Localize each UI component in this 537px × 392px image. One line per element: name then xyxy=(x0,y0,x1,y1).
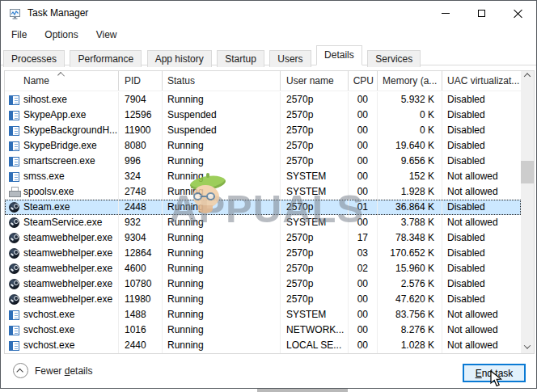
cpu-cell: 00 xyxy=(349,338,378,353)
chevron-down-icon xyxy=(524,342,531,348)
column-header-user-name[interactable]: User name xyxy=(281,71,349,91)
status-cell: Running xyxy=(163,200,281,215)
tab-processes[interactable]: Processes xyxy=(3,50,65,67)
tabstrip: Processes Performance App history Startu… xyxy=(1,44,536,65)
uac-cell: Disabled xyxy=(442,138,521,154)
status-cell: Running xyxy=(163,138,281,154)
menu-options[interactable]: Options xyxy=(40,27,82,42)
user-name-cell: 2570p xyxy=(281,292,349,307)
uac-cell: Disabled xyxy=(442,246,521,261)
scrollbar-down-button[interactable] xyxy=(521,340,534,353)
status-cell: Running xyxy=(163,92,281,107)
cpu-cell: 17 xyxy=(349,230,378,246)
user-name-cell: 2570p xyxy=(281,261,349,276)
printer-icon xyxy=(9,187,19,197)
minimize-button[interactable] xyxy=(427,1,463,26)
uac-cell: Disabled xyxy=(442,276,521,292)
table-row[interactable]: svchost.exe 2440 Running LOCAL SE... 00 … xyxy=(5,338,521,353)
desktop: Task Manager File Options View Processes… xyxy=(0,0,537,392)
pid-cell: 10780 xyxy=(119,276,163,292)
process-name-cell: sihost.exe xyxy=(5,92,119,107)
tab-details[interactable]: Details xyxy=(316,45,362,65)
status-cell: Running xyxy=(163,215,281,230)
memory-cell: 47.620 K xyxy=(378,292,442,307)
scrollbar-up-button[interactable] xyxy=(521,71,534,84)
column-header-memory[interactable]: Memory (a... xyxy=(378,71,442,91)
cpu-cell: 00 xyxy=(349,184,378,200)
table-row[interactable]: SkypeBackgroundH... 11900 Suspended 2570… xyxy=(5,123,521,138)
column-header-pid[interactable]: PID xyxy=(119,71,163,91)
process-name-cell: Steam.exe xyxy=(5,200,119,215)
status-cell: Suspended xyxy=(163,107,281,123)
user-name-cell: 2570p xyxy=(281,230,349,246)
uac-cell: Disabled xyxy=(442,200,521,215)
column-header-status[interactable]: Status xyxy=(163,71,281,91)
table-row[interactable]: SkypeApp.exe 12596 Suspended 2570p 00 0 … xyxy=(5,107,521,123)
pid-cell: 2448 xyxy=(119,200,163,215)
process-list: Name PID Status User name CPU Memory (a.… xyxy=(4,70,535,354)
uac-cell: Disabled xyxy=(442,230,521,246)
column-header-uac-virtualization[interactable]: UAC virtualizat... xyxy=(442,71,521,91)
maximize-button[interactable] xyxy=(463,1,500,26)
pid-cell: 11980 xyxy=(119,292,163,307)
table-row[interactable]: Steam.exe 2448 Running 2570p 01 36.864 K… xyxy=(5,200,521,215)
table-row[interactable]: steamwebhelper.exe 10780 Running 2570p 0… xyxy=(5,276,521,292)
close-button[interactable] xyxy=(500,1,536,26)
table-row[interactable]: SkypeBridge.exe 8080 Running 2570p 00 19… xyxy=(5,138,521,154)
tab-users[interactable]: Users xyxy=(269,50,311,67)
table-row[interactable]: smartscreen.exe 996 Running 2570p 00 9.6… xyxy=(5,154,521,169)
pid-cell: 11900 xyxy=(119,123,163,138)
table-row[interactable]: spoolsv.exe 2748 Running SYSTEM 00 1.928… xyxy=(5,184,521,200)
tab-app-history[interactable]: App history xyxy=(147,50,212,67)
application-icon xyxy=(9,141,19,151)
steam-icon xyxy=(9,248,19,259)
application-icon xyxy=(9,95,19,105)
table-row[interactable]: sihost.exe 7904 Running 2570p 00 5.932 K… xyxy=(5,92,521,107)
process-name-cell: SkypeApp.exe xyxy=(5,107,119,123)
tab-startup[interactable]: Startup xyxy=(217,50,264,67)
tab-performance[interactable]: Performance xyxy=(70,50,142,67)
fewer-details-toggle[interactable]: Fewer details xyxy=(13,363,92,378)
table-row[interactable]: SteamService.exe 932 Running SYSTEM 00 3… xyxy=(5,215,521,230)
table-row[interactable]: svchost.exe 1488 Running SYSTEM 00 83.75… xyxy=(5,307,521,322)
menu-file[interactable]: File xyxy=(7,27,31,42)
column-header-cpu[interactable]: CPU xyxy=(349,71,378,91)
tab-services[interactable]: Services xyxy=(367,50,421,67)
table-row[interactable]: svchost.exe 1016 Running NETWORK... 00 8… xyxy=(5,322,521,338)
end-task-button[interactable]: End task xyxy=(463,364,526,382)
scrollbar-thumb[interactable] xyxy=(521,161,534,183)
column-header-name[interactable]: Name xyxy=(5,71,119,91)
vertical-scrollbar[interactable] xyxy=(521,71,534,353)
process-name-cell: smartscreen.exe xyxy=(5,154,119,169)
status-cell: Running xyxy=(163,246,281,261)
table-row[interactable]: steamwebhelper.exe 12864 Running 2570p 0… xyxy=(5,246,521,261)
titlebar: Task Manager xyxy=(1,1,536,26)
steam-icon xyxy=(9,217,19,228)
memory-cell: 36.864 K xyxy=(378,200,442,215)
fewer-details-label: Fewer details xyxy=(35,365,92,377)
pid-cell: 12596 xyxy=(119,107,163,123)
pid-cell: 4600 xyxy=(119,261,163,276)
memory-cell: 9.656 K xyxy=(378,154,442,169)
memory-cell: 2.576 K xyxy=(378,276,442,292)
cpu-cell: 00 xyxy=(349,138,378,154)
pid-cell: 932 xyxy=(119,215,163,230)
user-name-cell: 2570p xyxy=(281,200,349,215)
table-row[interactable]: steamwebhelper.exe 11980 Running 2570p 0… xyxy=(5,292,521,307)
memory-cell: 78.348 K xyxy=(378,230,442,246)
memory-cell: 8.276 K xyxy=(378,322,442,338)
application-icon xyxy=(9,341,19,351)
collapse-circle-icon xyxy=(13,363,28,378)
pid-cell: 8080 xyxy=(119,138,163,154)
table-row[interactable]: smss.exe 324 Running SYSTEM 00 152 K Not… xyxy=(5,169,521,184)
menu-view[interactable]: View xyxy=(92,27,121,42)
table-row[interactable]: steamwebhelper.exe 4600 Running 2570p 02… xyxy=(5,261,521,276)
table-row[interactable]: steamwebhelper.exe 9304 Running 2570p 17… xyxy=(5,230,521,246)
uac-cell: Disabled xyxy=(442,292,521,307)
pid-cell: 324 xyxy=(119,169,163,184)
cpu-cell: 02 xyxy=(349,261,378,276)
uac-cell: Not allowed xyxy=(442,307,521,322)
uac-cell: Disabled xyxy=(442,107,521,123)
cpu-cell: 00 xyxy=(349,169,378,184)
menubar: File Options View xyxy=(1,26,536,44)
